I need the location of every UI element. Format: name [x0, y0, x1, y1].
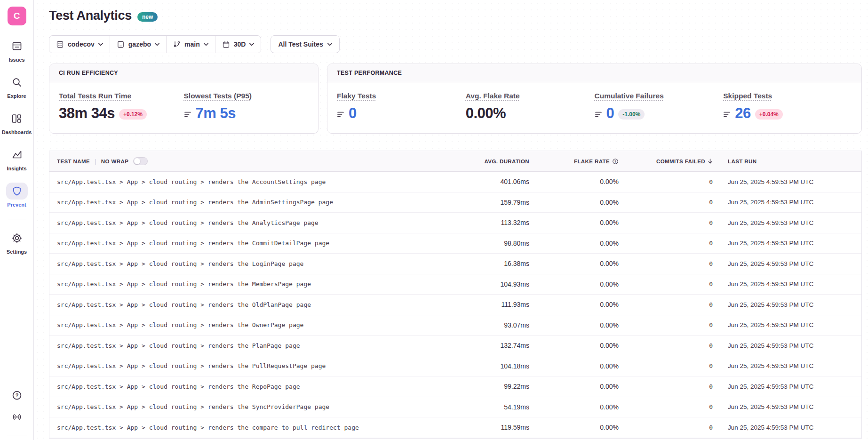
metric-label[interactable]: Cumulative Failures — [595, 92, 664, 100]
metric-label[interactable]: Total Tests Run Time — [59, 92, 131, 100]
org-selector[interactable]: codecov — [49, 36, 110, 53]
test-suites-value: All Test Suites — [278, 40, 323, 48]
sidebar-item-prevent[interactable]: Prevent — [6, 183, 28, 208]
metric-value[interactable]: 7m 5s — [196, 105, 236, 122]
help-icon[interactable]: ? — [11, 390, 23, 401]
metric-flaky-tests: Flaky Tests 0 — [337, 92, 466, 122]
table-row[interactable]: src/App.test.tsx > App > cloud routing >… — [49, 336, 861, 356]
commits-failed-cell: 0 — [626, 219, 720, 226]
col-avg-duration[interactable]: AVG. DURATION — [485, 159, 530, 164]
delta-badge: -1.00% — [618, 109, 645, 120]
delta-badge: +0.12% — [119, 109, 147, 120]
test-name-cell: src/App.test.tsx > App > cloud routing >… — [49, 199, 452, 206]
avg-duration-cell: 104.93ms — [452, 280, 537, 288]
page-header: Test Analytics new — [49, 8, 862, 23]
avg-duration-cell: 93.07ms — [452, 321, 537, 329]
filter-lines-icon — [595, 111, 602, 118]
flake-rate-cell: 0.00% — [537, 199, 626, 206]
sidebar-item-explore[interactable]: Explore — [6, 74, 28, 99]
flake-rate-cell: 0.00% — [537, 342, 626, 349]
last-run-cell: Jun 25, 2025 4:59:53 PM UTC — [720, 260, 861, 267]
commits-failed-cell: 0 — [626, 301, 720, 308]
table-row[interactable]: src/App.test.tsx > App > cloud routing >… — [49, 315, 861, 336]
org-avatar[interactable]: C — [8, 7, 26, 25]
commits-failed-cell: 0 — [626, 403, 720, 410]
sidebar-item-settings[interactable]: Settings — [6, 230, 28, 255]
flake-rate-cell: 0.00% — [537, 260, 626, 267]
avg-duration-cell: 16.38ms — [452, 260, 537, 267]
toggle-knob — [134, 158, 140, 164]
col-test-name[interactable]: TEST NAME — [57, 159, 90, 164]
commits-failed-cell: 0 — [626, 342, 720, 349]
table-row[interactable]: src/App.test.tsx > App > cloud routing >… — [49, 192, 861, 213]
metric-value[interactable]: 0 — [606, 105, 614, 122]
sidebar-item-issues[interactable]: Issues — [6, 38, 28, 63]
last-run-cell: Jun 25, 2025 4:59:53 PM UTC — [720, 301, 861, 308]
sidebar-item-dashboards[interactable]: Dashboards — [2, 110, 32, 135]
header-separator: | — [95, 158, 96, 165]
test-suites-selector[interactable]: All Test Suites — [271, 35, 339, 53]
ci-run-efficiency-card: CI RUN EFFICIENCY Total Tests Run Time 3… — [49, 64, 319, 134]
last-run-cell: Jun 25, 2025 4:59:53 PM UTC — [720, 240, 861, 247]
commits-failed-cell: 0 — [626, 321, 720, 328]
table-header-row: TEST NAME | NO WRAP AVG. DURATION FLAKE … — [49, 151, 861, 172]
calendar-icon — [222, 40, 230, 48]
no-wrap-toggle[interactable] — [133, 157, 148, 165]
page-title: Test Analytics — [49, 8, 132, 23]
table-row[interactable]: src/App.test.tsx > App > cloud routing >… — [49, 233, 861, 254]
table-row[interactable]: src/App.test.tsx > App > cloud routing >… — [49, 356, 861, 377]
info-icon[interactable]: ? — [612, 158, 619, 165]
table-row[interactable]: src/App.test.tsx > App > cloud routing >… — [49, 274, 861, 295]
avg-duration-cell: 54.19ms — [452, 403, 537, 411]
table-row[interactable]: src/App.test.tsx > App > cloud routing >… — [49, 254, 861, 274]
commits-failed-cell: 0 — [626, 383, 720, 390]
last-run-cell: Jun 25, 2025 4:59:53 PM UTC — [720, 199, 861, 206]
flake-rate-cell: 0.00% — [537, 321, 626, 329]
chevron-down-icon — [204, 43, 208, 46]
sidebar: C Issues Explore Dashboards — [0, 0, 34, 440]
test-name-cell: src/App.test.tsx > App > cloud routing >… — [49, 240, 452, 247]
shield-icon — [6, 183, 28, 200]
org-value: codecov — [68, 40, 95, 48]
table-row[interactable]: src/App.test.tsx > App > cloud routing >… — [49, 172, 861, 192]
branch-selector[interactable]: main — [167, 36, 215, 53]
metric-value[interactable]: 26 — [735, 105, 750, 122]
avg-duration-cell: 98.80ms — [452, 240, 537, 247]
table-row[interactable]: src/App.test.tsx > App > cloud routing >… — [49, 295, 861, 315]
last-run-cell: Jun 25, 2025 4:59:53 PM UTC — [720, 383, 861, 390]
repo-selector[interactable]: gazebo — [110, 36, 167, 53]
test-name-cell: src/App.test.tsx > App > cloud routing >… — [49, 362, 452, 369]
flake-rate-cell: 0.00% — [537, 403, 626, 411]
metric-label[interactable]: Skipped Tests — [723, 92, 772, 100]
col-last-run[interactable]: LAST RUN — [728, 159, 757, 164]
test-name-cell: src/App.test.tsx > App > cloud routing >… — [49, 301, 452, 308]
col-commits-failed[interactable]: COMMITS FAILED — [656, 159, 705, 164]
branch-value: main — [184, 40, 200, 48]
avg-duration-cell: 159.79ms — [452, 199, 537, 206]
table-row[interactable]: src/App.test.tsx > App > cloud routing >… — [49, 213, 861, 233]
metric-value[interactable]: 0 — [349, 105, 357, 122]
metric-label[interactable]: Slowest Tests (P95) — [184, 92, 252, 100]
sort-desc-icon[interactable] — [708, 158, 713, 164]
metric-label[interactable]: Flaky Tests — [337, 92, 376, 100]
broadcast-icon[interactable] — [11, 411, 23, 423]
table-row[interactable]: src/App.test.tsx > App > cloud routing >… — [49, 417, 861, 438]
no-wrap-label: NO WRAP — [101, 159, 128, 164]
card-title: CI RUN EFFICIENCY — [49, 64, 318, 82]
card-title: TEST PERFORMANCE — [327, 64, 861, 82]
sidebar-item-label: Insights — [7, 166, 26, 171]
table-row[interactable]: src/App.test.tsx > App > cloud routing >… — [49, 397, 861, 418]
metric-label[interactable]: Avg. Flake Rate — [466, 92, 520, 100]
col-flake-rate[interactable]: FLAKE RATE — [574, 159, 610, 164]
sidebar-item-insights[interactable]: Insights — [6, 146, 28, 171]
sidebar-bottom-divider — [7, 435, 27, 435]
metric-slowest-tests: Slowest Tests (P95) 7m 5s — [184, 92, 309, 122]
flake-rate-cell: 0.00% — [537, 280, 626, 288]
date-range-value: 30D — [234, 40, 246, 48]
sidebar-item-label: Prevent — [7, 202, 26, 208]
test-name-cell: src/App.test.tsx > App > cloud routing >… — [49, 260, 452, 267]
table-row[interactable]: src/App.test.tsx > App > cloud routing >… — [49, 376, 861, 397]
avg-duration-cell: 99.22ms — [452, 383, 537, 390]
filter-lines-icon — [184, 111, 191, 118]
date-range-selector[interactable]: 30D — [215, 36, 261, 53]
